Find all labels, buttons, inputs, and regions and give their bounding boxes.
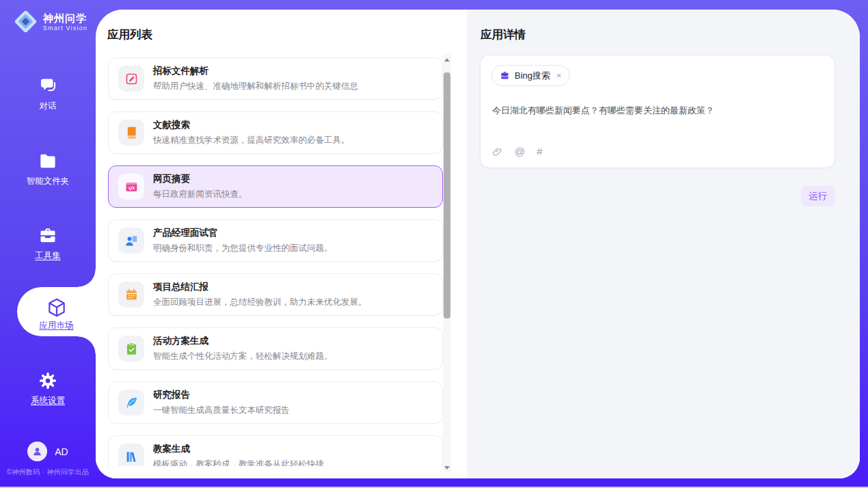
app-card-desc: 全面回顾项目进展，总结经验教训，助力未来优化发展。	[153, 297, 367, 308]
hash-icon[interactable]: #	[537, 146, 542, 157]
app-card-title: 文献搜索	[153, 119, 350, 131]
app-card-title: 活动方案生成	[153, 335, 333, 347]
sidebar-item-smart-folders[interactable]: 智能文件夹	[0, 151, 96, 187]
scrollbar[interactable]	[443, 55, 451, 473]
sidebar-item-label: 对话	[40, 100, 57, 112]
app-card[interactable]: 网页摘要每日政府新闻资讯快查。	[108, 165, 443, 208]
app-card-desc: 快速精准查找学术资源，提高研究效率的必备工具。	[153, 135, 350, 146]
cube-icon	[46, 297, 68, 318]
quill-icon	[118, 390, 144, 416]
app-card-title: 项目总结汇报	[153, 281, 367, 293]
scrollbar-thumb[interactable]	[444, 72, 450, 318]
app-card-desc: 明确身份和职责，为您提供专业性的面试问题。	[153, 243, 333, 254]
clipboard-check-icon	[118, 336, 144, 362]
tool-chip-label: Bing搜索	[515, 70, 550, 82]
sidebar-item-settings[interactable]: 系统设置	[0, 370, 96, 407]
app-card-desc: 帮助用户快速、准确地理解和解析招标书中的关键信息	[153, 81, 358, 92]
interviewer-icon	[118, 228, 144, 254]
app-card-title: 教案生成	[153, 443, 324, 455]
app-card[interactable]: 产品经理面试官明确身份和职责，为您提供专业性的面试问题。	[108, 219, 443, 262]
folder-icon	[38, 151, 58, 172]
composer-card[interactable]: Bing搜索 × 今日湖北有哪些新闻要点？有哪些需要关注的最新政策？ @ #	[480, 55, 835, 168]
app-card-desc: 一键智能生成高质量长文本研究报告	[153, 405, 290, 416]
sidebar-item-app-market[interactable]: 应用市场	[17, 287, 96, 336]
at-icon[interactable]: @	[515, 146, 525, 157]
sidebar-item-label: 工具集	[35, 250, 61, 262]
composer-toolbar: @ #	[492, 146, 543, 157]
paperclip-icon[interactable]	[492, 146, 503, 157]
browser-icon	[118, 174, 144, 200]
app-card-title: 产品经理面试官	[153, 227, 333, 239]
query-text[interactable]: 今日湖北有哪些新闻要点？有哪些需要关注的最新政策？	[492, 104, 824, 117]
app-card-desc: 模板驱动，教案秒成，教学准备从此轻松快捷	[153, 459, 324, 466]
app-card-title: 网页摘要	[153, 173, 247, 185]
tool-chip[interactable]: Bing搜索 ×	[491, 65, 570, 86]
sidebar-item-label: 系统设置	[31, 395, 65, 407]
brand-logo-icon	[13, 9, 38, 34]
app-card[interactable]: 活动方案生成智能生成个性化活动方案，轻松解决规划难题。	[108, 327, 443, 370]
app-card-title: 研究报告	[153, 389, 290, 401]
brand-logo: 神州问学 Smart Vision	[13, 9, 87, 34]
app-detail-panel: 应用详情 Bing搜索 × 今日湖北有哪些新闻要点？有哪些需要关注的最新政策？ …	[467, 10, 860, 478]
app-list-title: 应用列表	[107, 27, 152, 42]
copyright-footer: ©神州数码 · 神州问学出品	[0, 467, 96, 477]
chip-close-icon[interactable]: ×	[556, 70, 562, 81]
app-list: 招标文件解析帮助用户快速、准确地理解和解析招标书中的关键信息文献搜索快速精准查找…	[108, 57, 443, 466]
sidebar-item-label: 应用市场	[40, 320, 74, 331]
gear-icon	[38, 370, 58, 391]
app-card-desc: 每日政府新闻资讯快查。	[153, 189, 247, 200]
toolbox-icon	[38, 226, 58, 246]
book-icon	[118, 120, 144, 146]
app-detail-title: 应用详情	[480, 27, 526, 42]
user-account[interactable]: AD	[0, 442, 96, 461]
app-card[interactable]: 项目总结汇报全面回顾项目进展，总结经验教训，助力未来优化发展。	[108, 273, 443, 316]
sidebar-item-label: 智能文件夹	[27, 176, 70, 187]
app-card[interactable]: 教案生成模板驱动，教案秒成，教学准备从此轻松快捷	[108, 435, 443, 466]
sidebar: 神州问学 Smart Vision 对话智能文件夹工具集应用市场系统设置 AD …	[0, 0, 96, 488]
chat-icon	[38, 76, 58, 96]
run-button[interactable]: 运行	[801, 186, 835, 206]
app-card[interactable]: 研究报告一键智能生成高质量长文本研究报告	[108, 381, 443, 424]
scroll-down-icon[interactable]	[444, 466, 450, 470]
app-card-desc: 智能生成个性化活动方案，轻松解决规划难题。	[153, 351, 333, 362]
calendar-icon	[118, 282, 144, 308]
sidebar-item-chat[interactable]: 对话	[0, 76, 96, 112]
brand-subtitle: Smart Vision	[43, 25, 87, 31]
scroll-up-icon[interactable]	[444, 58, 450, 62]
app-card[interactable]: 文献搜索快速精准查找学术资源，提高研究效率的必备工具。	[108, 111, 443, 154]
app-card[interactable]: 招标文件解析帮助用户快速、准确地理解和解析招标书中的关键信息	[108, 57, 443, 100]
brand-name: 神州问学	[43, 12, 87, 25]
app-card-title: 招标文件解析	[153, 65, 358, 77]
sidebar-item-toolkit[interactable]: 工具集	[0, 226, 96, 262]
app-list-panel: 应用列表 招标文件解析帮助用户快速、准确地理解和解析招标书中的关键信息文献搜索快…	[96, 10, 467, 478]
avatar[interactable]	[27, 442, 47, 461]
user-initials: AD	[55, 446, 68, 457]
books-icon	[118, 444, 144, 466]
main-content: 应用列表 招标文件解析帮助用户快速、准确地理解和解析招标书中的关键信息文献搜索快…	[96, 10, 860, 478]
pen-square-icon	[118, 66, 144, 92]
briefcase-icon	[500, 70, 510, 81]
